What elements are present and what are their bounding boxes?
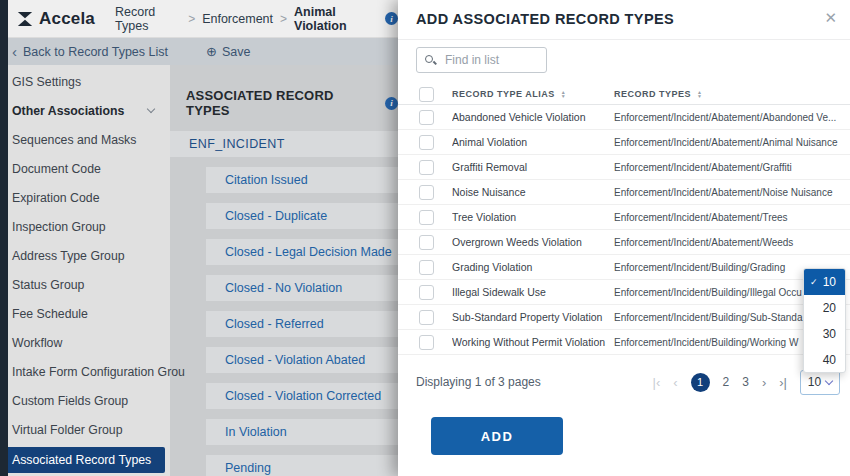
sort-down-icon: ▼ bbox=[697, 94, 702, 98]
breadcrumb-current-page: Animal Violation bbox=[294, 5, 378, 33]
column-header-record-type-alias[interactable]: RECORD TYPE ALIAS ▲ ▼ bbox=[452, 89, 614, 99]
sort-icon[interactable]: ▲ ▼ bbox=[561, 90, 566, 98]
row-checkbox[interactable] bbox=[419, 285, 434, 300]
next-page-icon[interactable]: › bbox=[762, 376, 766, 389]
search-input[interactable] bbox=[443, 52, 538, 68]
previous-page-icon[interactable]: ‹ bbox=[673, 376, 677, 389]
status-item[interactable]: Pending bbox=[206, 455, 398, 476]
sidebar-item-address-type-group[interactable]: Address Type Group bbox=[0, 241, 170, 270]
record-type-cell: Enforcement/Incident/Abatement/Trees bbox=[614, 212, 850, 223]
status-item[interactable]: In Violation bbox=[206, 419, 398, 445]
accela-logo[interactable]: Accela bbox=[16, 9, 95, 29]
table-row[interactable]: Animal Violation Enforcement/Incident/Ab… bbox=[398, 130, 850, 155]
record-type-alias-cell: Overgrown Weeds Violation bbox=[452, 236, 614, 248]
sidebar-item-label: Custom Fields Group bbox=[12, 394, 128, 408]
top-navigation-bar: Accela Record Types > Enforcement > Anim… bbox=[0, 0, 398, 38]
page-size-option-40[interactable]: 40 bbox=[804, 347, 845, 373]
column-header-record-types[interactable]: RECORD TYPES ▲ ▼ bbox=[614, 89, 850, 99]
close-icon[interactable]: ✕ bbox=[824, 9, 837, 27]
record-type-toolbar: ‹ Back to Record Types List ⊕ Save bbox=[0, 38, 398, 65]
sidebar-item-inspection-group[interactable]: Inspection Group bbox=[0, 212, 170, 241]
sidebar-item-label: Virtual Folder Group bbox=[12, 423, 123, 437]
page-size-select[interactable]: 10 bbox=[800, 370, 840, 395]
associated-record-types-panel: ASSOCIATED RECORD TYPES i ENF_INCIDENT C… bbox=[170, 65, 398, 476]
breadcrumb-enforcement[interactable]: Enforcement bbox=[202, 12, 273, 26]
accela-logo-icon bbox=[16, 11, 34, 27]
add-associated-record-types-modal: ADD ASSOCIATED RECORD TYPES ✕ RECORD TYP… bbox=[398, 0, 850, 476]
row-checkbox[interactable] bbox=[419, 110, 434, 125]
pagination-bar: Displaying 1 of 3 pages |‹ ‹ 1 2 3 › ›| … bbox=[416, 366, 840, 398]
row-checkbox[interactable] bbox=[419, 135, 434, 150]
save-button[interactable]: ⊕ Save bbox=[206, 45, 250, 59]
sidebar-item-label: Workflow bbox=[12, 336, 62, 350]
sidebar-item-custom-fields-group[interactable]: Custom Fields Group bbox=[0, 386, 170, 415]
sort-icon[interactable]: ▲ ▼ bbox=[697, 90, 702, 98]
table-row[interactable]: Abandoned Vehicle Violation Enforcement/… bbox=[398, 105, 850, 130]
record-types-table: Abandoned Vehicle Violation Enforcement/… bbox=[398, 105, 850, 355]
sidebar-item-other-associations[interactable]: Other Associations bbox=[0, 96, 170, 125]
record-type-cell: Enforcement/Incident/Abatement/Noise Nui… bbox=[614, 187, 850, 198]
info-icon[interactable]: i bbox=[385, 97, 398, 110]
last-page-icon[interactable]: ›| bbox=[779, 376, 787, 389]
table-row[interactable]: Illegal Sidewalk Use Enforcement/Inciden… bbox=[398, 280, 850, 305]
status-item[interactable]: Closed - Referred bbox=[206, 311, 398, 337]
first-page-icon[interactable]: |‹ bbox=[653, 376, 661, 389]
sidebar-item-sequences-and-masks[interactable]: Sequences and Masks bbox=[0, 125, 170, 154]
sidebar-item-fee-schedule[interactable]: Fee Schedule bbox=[0, 299, 170, 328]
row-checkbox[interactable] bbox=[419, 310, 434, 325]
page-size-option-30[interactable]: 30 bbox=[804, 321, 845, 347]
sidebar-item-associated-record-types[interactable]: Associated Record Types bbox=[0, 447, 165, 473]
status-item[interactable]: Closed - No Violation bbox=[206, 275, 398, 301]
back-to-record-types-button[interactable]: ‹ Back to Record Types List bbox=[12, 44, 168, 59]
page-size-option-10[interactable]: ✓ 10 bbox=[804, 269, 845, 295]
sidebar-item-label: Other Associations bbox=[12, 104, 124, 118]
option-label: 20 bbox=[823, 301, 836, 315]
status-item[interactable]: Closed - Legal Decision Made bbox=[206, 239, 398, 265]
sidebar-item-workflow[interactable]: Workflow bbox=[0, 328, 170, 357]
row-checkbox[interactable] bbox=[419, 160, 434, 175]
status-item[interactable]: Closed - Duplicate bbox=[206, 203, 398, 229]
app-window: Accela Record Types > Enforcement > Anim… bbox=[0, 0, 850, 476]
breadcrumb-separator: > bbox=[280, 12, 287, 26]
record-type-alias-cell: Sub-Standard Property Violation bbox=[452, 311, 614, 323]
row-checkbox[interactable] bbox=[419, 260, 434, 275]
table-row[interactable]: Graffiti Removal Enforcement/Incident/Ab… bbox=[398, 155, 850, 180]
page-3-button[interactable]: 3 bbox=[742, 375, 749, 389]
find-in-list-search[interactable] bbox=[416, 47, 547, 73]
chevron-down-icon bbox=[825, 376, 833, 384]
status-item[interactable]: Closed - Violation Abated bbox=[206, 347, 398, 373]
table-row[interactable]: Overgrown Weeds Violation Enforcement/In… bbox=[398, 230, 850, 255]
record-type-group[interactable]: ENF_INCIDENT bbox=[170, 131, 398, 157]
info-icon[interactable]: i bbox=[385, 12, 398, 25]
status-item[interactable]: Closed - Violation Corrected bbox=[206, 383, 398, 409]
status-item[interactable]: Citation Issued bbox=[206, 167, 398, 193]
sidebar-item-expiration-code[interactable]: Expiration Code bbox=[0, 183, 170, 212]
row-checkbox[interactable] bbox=[419, 335, 434, 350]
sidebar-item-intake-form-configuration-group[interactable]: Intake Form Configuration Grou bbox=[0, 357, 170, 386]
search-icon bbox=[425, 55, 436, 66]
page-1-button[interactable]: 1 bbox=[691, 373, 710, 392]
status-label: Closed - Violation Corrected bbox=[225, 389, 381, 403]
chevron-down-icon bbox=[147, 105, 155, 113]
table-row[interactable]: Working Without Permit Violation Enforce… bbox=[398, 330, 850, 355]
sidebar-item-status-group[interactable]: Status Group bbox=[0, 270, 170, 299]
page-2-button[interactable]: 2 bbox=[723, 375, 730, 389]
table-row[interactable]: Tree Violation Enforcement/Incident/Abat… bbox=[398, 205, 850, 230]
sidebar-item-virtual-folder-group[interactable]: Virtual Folder Group bbox=[0, 415, 170, 444]
record-type-alias-cell: Illegal Sidewalk Use bbox=[452, 286, 614, 298]
table-row[interactable]: Sub-Standard Property Violation Enforcem… bbox=[398, 305, 850, 330]
row-checkbox[interactable] bbox=[419, 210, 434, 225]
status-label: Pending bbox=[225, 461, 271, 475]
sidebar-item-gis-settings[interactable]: GIS Settings bbox=[0, 67, 170, 96]
pagination-controls: |‹ ‹ 1 2 3 › ›| 10 bbox=[653, 370, 841, 395]
sidebar-item-document-code[interactable]: Document Code bbox=[0, 154, 170, 183]
add-button[interactable]: ADD bbox=[431, 417, 563, 455]
breadcrumb-record-types[interactable]: Record Types bbox=[115, 5, 181, 33]
table-row[interactable]: Grading Violation Enforcement/Incident/B… bbox=[398, 255, 850, 280]
table-row[interactable]: Noise Nuisance Enforcement/Incident/Abat… bbox=[398, 180, 850, 205]
record-type-cell: Enforcement/Incident/Abatement/Graffiti bbox=[614, 162, 850, 173]
page-size-option-20[interactable]: 20 bbox=[804, 295, 845, 321]
select-all-checkbox[interactable] bbox=[419, 87, 434, 102]
row-checkbox[interactable] bbox=[419, 185, 434, 200]
row-checkbox[interactable] bbox=[419, 235, 434, 250]
